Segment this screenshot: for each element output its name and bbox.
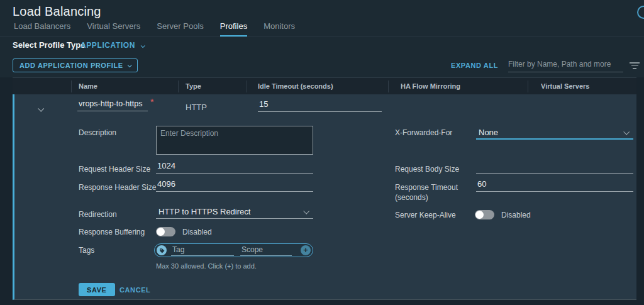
server-keep-alive-state: Disabled [501,211,531,219]
idle-timeout-input[interactable] [258,98,382,112]
request-header-size-label: Request Header Size [79,165,150,174]
redirection-label: Redirection [79,210,117,219]
column-header-name[interactable]: Name [79,82,97,90]
tab-profiles[interactable]: Profiles [220,21,247,37]
help-icon[interactable] [637,6,644,19]
column-separator [178,80,179,92]
response-timeout-input[interactable] [476,178,633,192]
column-header-idle-timeout[interactable]: Idle Timeout (seconds) [258,82,333,90]
column-header-virtual-servers[interactable]: Virtual Servers [541,82,589,90]
profile-type-value: APPLICATION [80,41,135,50]
redirection-select[interactable]: HTTP to HTTPS Redirect [156,206,313,219]
chevron-down-icon [141,43,145,48]
x-forwarded-for-value: None [479,128,498,137]
tags-label: Tags [79,246,94,255]
select-profile-type-label: Select Profile Type [13,40,85,50]
required-asterisk: * [150,97,153,107]
filter-field-wrap [508,58,623,72]
request-body-size-label: Request Body Size [395,165,459,174]
column-separator [388,80,389,92]
add-application-profile-button[interactable]: ADD APPLICATION PROFILE [13,58,138,72]
column-separator [528,80,528,92]
tab-separator [0,36,644,36]
load-balancing-screen: Load Balancing Load Balancers Virtual Se… [0,0,644,305]
add-application-profile-label: ADD APPLICATION PROFILE [19,62,123,69]
tags-hint: Max 30 allowed. Click (+) to add. [156,262,257,270]
filter-input[interactable] [508,58,623,72]
tags-pill: + [154,243,313,257]
profile-type-dropdown[interactable]: APPLICATION [80,41,144,50]
filter-icon[interactable] [630,62,640,69]
description-label: Description [79,128,116,137]
column-separator [71,80,72,92]
response-timeout-label-2: (seconds) [395,193,428,202]
request-body-size-input[interactable] [476,160,633,174]
tab-virtual-servers[interactable]: Virtual Servers [87,21,140,37]
profile-edit-panel: * HTTP Description Request Header Size R… [13,94,636,300]
expand-all-link[interactable]: EXPAND ALL [451,62,498,69]
server-keep-alive-label: Server Keep-Alive [395,211,456,219]
x-forwarded-for-label: X-Forwarded-For [395,128,452,137]
save-button[interactable]: SAVE [79,283,115,296]
chevron-down-icon [623,129,630,135]
response-buffering-toggle[interactable] [156,227,175,236]
add-tag-plus-icon[interactable]: + [301,245,311,255]
chevron-down-icon [303,208,309,214]
column-separator [247,80,247,92]
redirection-value: HTTP to HTTPS Redirect [158,207,250,216]
collapse-row-chevron-icon[interactable] [38,103,43,114]
tag-input[interactable] [171,245,234,256]
page-header: Load Balancing Load Balancers Virtual Se… [0,0,644,77]
tab-monitors[interactable]: Monitors [264,21,295,37]
response-header-size-label: Response Header Size [79,183,156,192]
profile-type-cell: HTTP [186,103,207,112]
tab-load-balancers[interactable]: Load Balancers [14,21,70,37]
tag-icon [157,245,167,255]
profile-name-input[interactable] [77,98,148,111]
tab-bar: Load Balancers Virtual Servers Server Po… [14,21,311,37]
response-header-size-input[interactable] [156,178,313,192]
cancel-button[interactable]: CANCEL [119,286,150,294]
response-buffering-label: Response Buffering [79,228,145,236]
server-keep-alive-toggle[interactable] [475,210,494,219]
request-header-size-input[interactable] [156,160,313,174]
column-header-type[interactable]: Type [186,82,201,90]
scope-input[interactable] [240,245,292,256]
table-header: Name Type Idle Timeout (seconds) HA Flow… [13,77,636,94]
column-header-ha-flow-mirroring[interactable]: HA Flow Mirroring [401,82,460,90]
x-forwarded-for-select[interactable]: None [476,127,633,140]
tab-server-pools[interactable]: Server Pools [157,21,203,37]
response-timeout-label: Response Timeout [395,183,458,192]
page-title: Load Balancing [13,4,101,19]
response-buffering-state: Disabled [182,228,212,236]
description-textarea[interactable] [156,126,313,155]
chevron-down-icon [127,63,131,67]
